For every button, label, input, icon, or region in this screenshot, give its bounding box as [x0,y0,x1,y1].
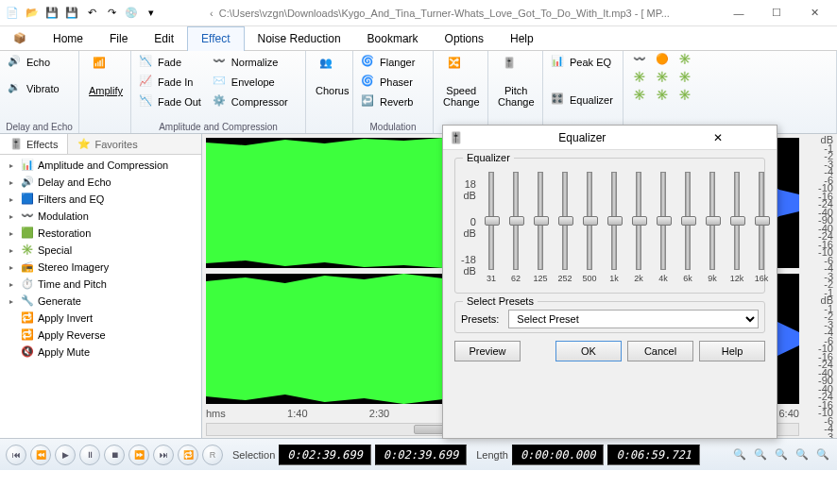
eq-slider[interactable] [611,172,617,270]
tab-favorites[interactable]: ⭐Favorites [68,134,146,154]
effects-tree[interactable]: ▸📊Amplitude and Compression▸🔊Delay and E… [0,155,201,438]
maximize-button[interactable]: ☐ [758,0,795,26]
menu-options[interactable]: Options [432,26,497,51]
eq-slider[interactable] [538,172,543,270]
qat-saveas-icon[interactable]: 💾 [63,5,80,22]
record-button[interactable]: R [202,445,223,465]
menu-bookmark[interactable]: Bookmark [354,26,432,51]
eq-slider[interactable] [685,172,691,270]
phaser-button[interactable]: 🌀Phaser [357,73,418,92]
chorus-button[interactable]: 👥Chorus [310,53,354,100]
expand-icon[interactable]: ▸ [9,263,17,272]
eq-slider[interactable] [513,172,519,270]
eq-slider[interactable] [636,172,641,270]
tree-item[interactable]: ▸⏱️Time and Pitch [2,276,199,293]
eq-slider-thumb[interactable] [485,216,500,226]
eq-slider[interactable] [562,172,568,270]
amplify-button[interactable]: 📶 Amplify [83,53,128,100]
misc-icon[interactable]: ✳️ [678,71,692,83]
menu-file[interactable]: File [96,26,141,51]
misc-icon[interactable]: ✳️ [656,71,669,83]
preset-select[interactable]: Select Preset [508,310,759,328]
eq-slider-thumb[interactable] [509,216,524,226]
qat-disc-icon[interactable]: 💿 [123,5,140,22]
qat-open-icon[interactable]: 📂 [24,5,41,22]
pitch-change-button[interactable]: 🎚️Pitch Change [492,53,540,111]
echo-button[interactable]: 🔊Echo [4,53,63,72]
misc-icon[interactable]: ✳️ [656,89,669,101]
eq-slider[interactable] [660,172,666,270]
normalize-button[interactable]: 〰️Normalize [209,53,292,72]
vibrato-button[interactable]: 🔉Vibrato [4,79,63,98]
envelope-button[interactable]: ✉️Envelope [209,73,292,92]
eq-slider-thumb[interactable] [657,216,672,226]
eq-slider[interactable] [587,172,592,270]
menu-home[interactable]: Home [40,26,96,51]
qat-redo-icon[interactable]: ↷ [103,5,120,22]
qat-save-icon[interactable]: 💾 [43,5,60,22]
tree-item[interactable]: 🔁Apply Invert [2,310,199,327]
tree-item[interactable]: ▸🟩Restoration [2,225,199,242]
dialog-close-button[interactable]: ✕ [665,131,771,144]
zoom-fit-icon[interactable]: 🔍 [794,446,811,463]
eq-slider-thumb[interactable] [681,216,696,226]
equalizer-button[interactable]: 🎛️Equalizer [547,91,617,109]
pause-button[interactable]: ⏸ [79,445,100,465]
rewind-button[interactable]: ⏪ [30,445,51,465]
app-icon[interactable]: 📦 [0,32,40,44]
skip-end-button[interactable]: ⏭ [153,445,174,465]
speed-change-button[interactable]: 🔀Speed Change [437,53,486,111]
qat-undo-icon[interactable]: ↶ [83,5,100,22]
fadein-button[interactable]: 📈Fade In [135,73,205,92]
forward-button[interactable]: ⏩ [128,445,149,465]
tree-item[interactable]: 🔁Apply Reverse [2,327,199,344]
flanger-button[interactable]: 🌀Flanger [357,53,418,72]
minimize-button[interactable]: — [720,0,758,26]
qat-new-icon[interactable]: 📄 [4,5,21,22]
eq-slider[interactable] [759,172,764,270]
cancel-button[interactable]: Cancel [627,341,693,361]
eq-slider-thumb[interactable] [706,216,721,226]
eq-slider-thumb[interactable] [607,216,623,226]
expand-icon[interactable]: ▸ [9,178,17,187]
play-button[interactable]: ▶ [55,445,76,465]
expand-icon[interactable]: ▸ [9,229,17,238]
close-button[interactable]: ✕ [795,0,833,26]
peakeq-button[interactable]: 📊Peak EQ [547,53,617,72]
expand-icon[interactable]: ▸ [9,212,17,221]
menu-effect[interactable]: Effect [187,26,244,51]
tree-item[interactable]: 🔇Apply Mute [2,344,199,361]
expand-icon[interactable]: ▸ [9,195,17,204]
expand-icon[interactable]: ▸ [9,280,17,289]
fade-button[interactable]: 📉Fade [135,53,205,72]
zoom-in-icon[interactable]: 🔍 [731,446,748,463]
tree-item[interactable]: ▸📻Stereo Imagery [2,259,199,276]
tree-item[interactable]: ▸🟦Filters and EQ [2,191,199,208]
eq-slider-thumb[interactable] [534,216,549,226]
tab-effects[interactable]: 🎚️Effects [0,134,68,154]
loop-button[interactable]: 🔁 [178,445,198,465]
tree-item[interactable]: ▸🔊Delay and Echo [2,174,199,191]
expand-icon[interactable]: ▸ [9,161,17,170]
tree-item[interactable]: ▸✳️Special [2,242,199,259]
reverb-button[interactable]: ↩️Reverb [357,92,418,111]
menu-help[interactable]: Help [497,26,547,51]
menu-noise-reduction[interactable]: Noise Reduction [245,26,354,51]
misc-icon[interactable]: ✳️ [678,89,692,101]
stop-button[interactable]: ⏹ [104,445,125,465]
fadeout-button[interactable]: 📉Fade Out [135,92,205,111]
misc-icon[interactable]: 🟠 [656,53,669,65]
menu-edit[interactable]: Edit [141,26,187,51]
eq-slider[interactable] [488,172,494,270]
eq-slider[interactable] [709,172,715,270]
ok-button[interactable]: OK [555,341,622,361]
misc-icon[interactable]: ✳️ [633,71,646,83]
eq-slider-thumb[interactable] [558,216,573,226]
eq-slider-thumb[interactable] [730,216,745,226]
preview-button[interactable]: Preview [454,341,521,361]
eq-slider[interactable] [734,172,740,270]
misc-icon[interactable]: ✳️ [633,89,646,101]
help-button[interactable]: Help [699,341,765,361]
tree-item[interactable]: ▸🔧Generate [2,293,199,310]
eq-slider-thumb[interactable] [583,216,598,226]
